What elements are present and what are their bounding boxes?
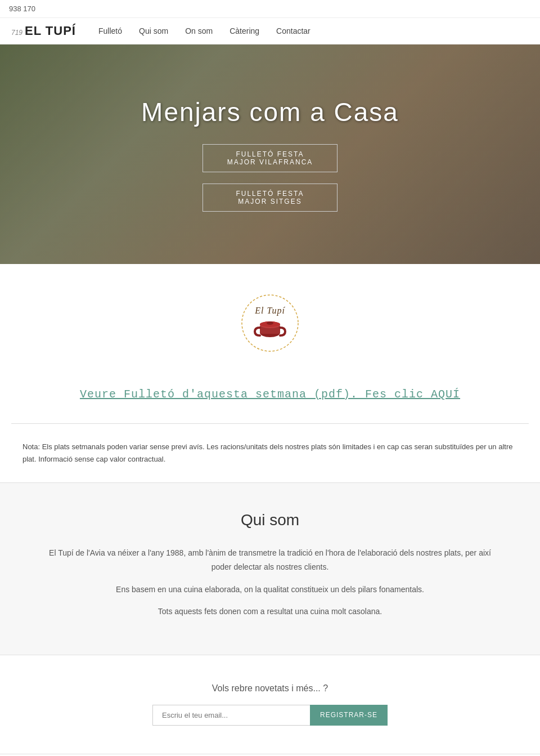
logo-text: EL TUPÍ <box>25 24 76 38</box>
logo-number: 719 <box>11 29 22 37</box>
nav-contactar[interactable]: Contactar <box>276 24 310 38</box>
btn-fulleto-vilafranca[interactable]: FULLETÓ FESTA MAJOR VILAFRANCA <box>202 144 338 172</box>
fulleto-link[interactable]: Veure Fulletó d'aquesta setmana (pdf). F… <box>80 388 460 401</box>
main-nav: Fulletó Qui som On som Càtering Contacta… <box>98 24 310 38</box>
note-section: Nota: Els plats setmanals poden variar s… <box>0 424 540 482</box>
nav-on-som[interactable]: On som <box>185 24 213 38</box>
tupi-logo-image: El Tupí <box>239 292 301 354</box>
hero-title: Menjars com a Casa <box>141 97 399 127</box>
nav-catering[interactable]: Càtering <box>230 24 259 38</box>
hero-section: Menjars com a Casa FULLETÓ FESTA MAJOR V… <box>0 44 540 264</box>
logo-section: El Tupí <box>0 264 540 377</box>
register-button[interactable]: REGISTRAR-SE <box>310 705 388 726</box>
phone-number: 938 170 <box>9 5 35 13</box>
qui-som-para-2: Ens basem en una cuina elaborada, on la … <box>39 583 501 597</box>
newsletter-section: Vols rebre novetats i més... ? REGISTRAR… <box>0 655 540 754</box>
newsletter-form: REGISTRAR-SE <box>22 705 518 726</box>
top-bar: 938 170 <box>0 0 540 18</box>
header: 719 EL TUPÍ Fulletó Qui som On som Càter… <box>0 18 540 44</box>
btn-fulleto-sitges[interactable]: FULLETÓ FESTA MAJOR SITGES <box>202 184 338 212</box>
qui-som-para-3: Tots aquests fets donen com a resultat u… <box>39 605 501 619</box>
note-text: Nota: Els plats setmanals poden variar s… <box>22 441 518 466</box>
fulleto-link-section: Veure Fulletó d'aquesta setmana (pdf). F… <box>0 377 540 423</box>
header-logo: 719 EL TUPÍ <box>11 24 76 38</box>
svg-text:El Tupí: El Tupí <box>254 306 285 316</box>
svg-point-6 <box>267 321 273 325</box>
email-input[interactable] <box>152 705 310 726</box>
qui-som-para-1: El Tupí de l'Avia va néixer a l'any 1988… <box>39 546 501 574</box>
qui-som-section: Qui som El Tupí de l'Avia va néixer a l'… <box>0 482 540 655</box>
nav-fulleto[interactable]: Fulletó <box>98 24 122 38</box>
qui-som-title: Qui som <box>22 511 518 529</box>
nav-qui-som[interactable]: Qui som <box>139 24 168 38</box>
newsletter-title: Vols rebre novetats i més... ? <box>22 683 518 694</box>
